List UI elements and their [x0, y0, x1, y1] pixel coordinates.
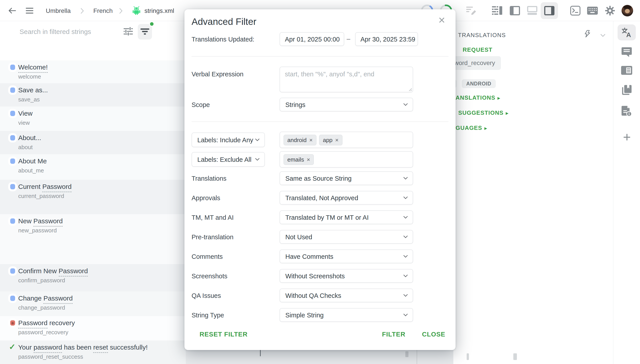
edit-context-icon[interactable] [466, 6, 478, 16]
string-row[interactable]: Change Passwordchange_password [0, 292, 186, 316]
field-label: Verbal Expression [191, 70, 244, 78]
article-icon[interactable] [621, 66, 632, 75]
breadcrumb-project[interactable]: Umbrella [46, 7, 71, 14]
keyboard-icon[interactable] [587, 7, 598, 15]
glossary-term: Password [18, 319, 48, 328]
string-key: confirm_password [18, 277, 65, 284]
string-key: welcome [18, 73, 41, 80]
divider [191, 122, 449, 122]
pin-icon[interactable] [584, 30, 592, 40]
platform-tag: ANDROID [462, 79, 496, 88]
filter-button-apply[interactable]: FILTER [382, 331, 405, 338]
string-row[interactable]: Welcome!welcome [0, 60, 186, 83]
file-info-icon[interactable] [621, 106, 632, 116]
label-chip[interactable]: app× [319, 135, 342, 146]
source-string-text: About... [18, 134, 41, 142]
string-key: current_password [18, 193, 64, 200]
source-string-text: View [18, 110, 33, 117]
status-translated-bullet [10, 218, 15, 224]
reset-filter-button[interactable]: RESET FILTER [199, 331, 248, 338]
labels-mode-select[interactable]: Labels: Include Any [191, 132, 265, 147]
select-scope[interactable]: Strings [280, 98, 413, 112]
request-button[interactable]: REQUEST [463, 46, 492, 53]
status-translated-bullet [10, 135, 15, 140]
status-translated-bullet [10, 184, 15, 189]
string-row[interactable]: Save as...save_as [0, 83, 186, 106]
source-string-text: Change Password [18, 294, 73, 302]
string-key: about_me [18, 167, 44, 174]
breadcrumb-file-wrap: strings.xml [144, 7, 174, 14]
avatar[interactable] [621, 5, 633, 16]
panel-bottom-icon[interactable] [527, 6, 537, 15]
breadcrumb-file[interactable]: strings.xml [144, 7, 174, 14]
chevron-down-icon [255, 138, 260, 141]
string-row[interactable]: About Meabout_me [0, 154, 186, 180]
panel-right-icon[interactable] [544, 6, 554, 15]
add-panel-icon[interactable] [623, 134, 631, 141]
close-button[interactable]: CLOSE [422, 331, 445, 338]
glossary-term: Password [33, 217, 63, 226]
select-translations[interactable]: Same as Source String [280, 171, 413, 185]
status-translated-bullet [10, 64, 15, 70]
status-error-bullet [10, 320, 15, 326]
labels-tag-field[interactable]: android×app× [280, 132, 413, 148]
gear-icon[interactable] [605, 6, 615, 16]
filter-button[interactable] [138, 24, 152, 40]
remove-chip-icon[interactable]: × [335, 137, 338, 144]
status-translated-bullet [10, 158, 15, 164]
verbal-expression-input[interactable]: start, then "%", anyof "s,d", end [280, 66, 413, 92]
select-string-type[interactable]: Simple String [280, 308, 413, 322]
field-label: Translations [191, 175, 227, 182]
label-chip[interactable]: android× [284, 135, 316, 146]
glossary-term: Password [42, 183, 72, 192]
panel-section-suggestions[interactable]: SUGGESTIONS▸ [458, 110, 508, 116]
status-translated-bullet [10, 111, 15, 116]
string-row[interactable]: New Passwordnew_password [0, 214, 186, 264]
search-input[interactable] [20, 26, 115, 38]
select-tm-mt-and-ai[interactable]: Translated by TM or MT or AI [280, 210, 413, 224]
select-pre-translation[interactable]: Not Used [280, 230, 413, 244]
table-view-icon[interactable] [492, 6, 503, 16]
string-row[interactable]: Viewview [0, 106, 186, 131]
panel-left-icon[interactable] [510, 6, 520, 15]
comment-icon[interactable] [621, 47, 632, 57]
panel-section-guages[interactable]: GUAGES▸ [456, 124, 487, 132]
chevron-down-icon [403, 196, 408, 199]
source-string-text: Welcome! [18, 64, 48, 71]
select-comments[interactable]: Have Comments [280, 250, 413, 263]
label-chip[interactable]: emails× [284, 154, 314, 165]
translate-icon[interactable]: A [621, 27, 632, 38]
expand-arrow-icon: ▸ [506, 110, 508, 116]
string-row[interactable]: Current Passwordcurrent_password [0, 180, 186, 214]
source-strings-panel: SOURCE STRING Welcome!welcomeSave as...s… [0, 21, 186, 364]
select-qa-issues[interactable]: Without QA Checks [280, 288, 413, 302]
string-key: new_password [18, 227, 57, 234]
glossary-term: Password [59, 267, 88, 276]
string-row[interactable]: Confirm New Passwordconfirm_password [0, 264, 186, 292]
labels-tag-field[interactable]: emails× [280, 151, 413, 168]
string-row[interactable]: ✓Your password has been reset successful… [0, 340, 186, 364]
string-row[interactable]: Password recoverypassword_recovery [0, 316, 186, 340]
field-label: Translations Updated: [191, 36, 255, 43]
string-row[interactable]: About...about [0, 131, 186, 154]
panel-section-anslations[interactable]: ANSLATIONS▸ [456, 94, 500, 101]
close-icon[interactable]: × [435, 13, 449, 27]
chevron-down-icon[interactable] [600, 34, 605, 37]
remove-chip-icon[interactable]: × [309, 137, 313, 144]
menu-icon[interactable] [26, 8, 33, 14]
select-screenshots[interactable]: Without Screenshots [280, 269, 413, 283]
glossary-icon[interactable] [621, 85, 631, 95]
source-string-text: About Me [18, 157, 47, 165]
resize-handle[interactable] [408, 88, 412, 91]
tune-icon[interactable] [124, 27, 133, 36]
date-from-input[interactable]: Apr 01, 2025 00:00 [280, 32, 344, 46]
back-icon[interactable] [8, 7, 17, 15]
date-to-input[interactable]: Apr 30, 2025 23:59 [355, 32, 418, 46]
breadcrumb-language-wrap: French [93, 7, 113, 14]
text-cursor [260, 350, 261, 356]
labels-mode-select[interactable]: Labels: Exclude All [191, 152, 265, 167]
remove-chip-icon[interactable]: × [307, 156, 310, 163]
breadcrumb-language[interactable]: French [93, 7, 113, 14]
terminal-icon[interactable] [570, 6, 580, 16]
select-approvals[interactable]: Translated, Not Approved [280, 191, 413, 205]
